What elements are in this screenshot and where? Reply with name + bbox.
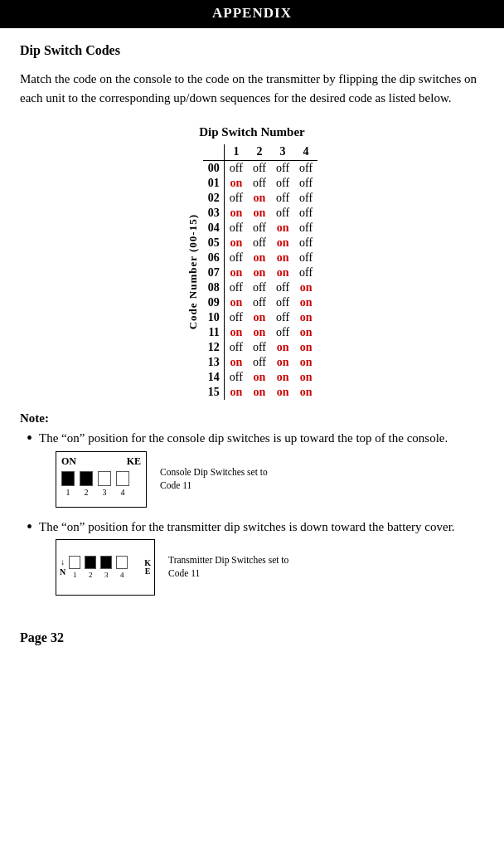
header-bar: APPENDIX <box>0 0 504 27</box>
table-code-cell: 08 <box>203 280 225 295</box>
table-val-cell: on <box>294 310 317 325</box>
table-code-cell: 01 <box>203 176 225 191</box>
table-header-col2: 2 <box>248 144 271 161</box>
console-switches: 1 2 3 4 <box>61 471 141 497</box>
table-val-cell: off <box>248 161 271 177</box>
table-val-cell: on <box>224 265 248 280</box>
console-label-ke: KE <box>127 455 141 468</box>
tx-switch-num-1: 1 <box>73 571 77 579</box>
bullet-item-1: • The “on” position for the console dip … <box>20 429 484 508</box>
bullet-text-1: The “on” position for the console dip sw… <box>39 429 448 448</box>
table-code-cell: 12 <box>203 340 225 355</box>
tx-switch-block-3 <box>100 556 112 569</box>
table-val-cell: off <box>224 221 248 236</box>
bullet-dot-1: • <box>27 426 32 450</box>
table-val-cell: off <box>294 236 317 250</box>
table-val-cell: off <box>224 310 248 325</box>
table-title: Dip Switch Number <box>199 125 305 139</box>
console-diagram-row: ON KE 1 2 <box>56 451 448 508</box>
table-val-cell: on <box>248 370 271 385</box>
table-code-cell: 07 <box>203 265 225 280</box>
table-val-cell: off <box>271 280 294 295</box>
table-header-empty <box>203 144 225 161</box>
table-row: 02offonoffoff <box>203 191 317 206</box>
table-val-cell: on <box>294 340 317 355</box>
table-row: 15onononon <box>203 385 317 400</box>
console-switch-num-1: 1 <box>66 488 70 497</box>
table-code-cell: 03 <box>203 206 225 221</box>
table-val-cell: on <box>248 265 271 280</box>
table-val-cell: on <box>248 325 271 340</box>
table-val-cell: off <box>224 191 248 206</box>
table-val-cell: off <box>224 340 248 355</box>
table-val-cell: on <box>271 236 294 250</box>
table-val-cell: off <box>248 295 271 310</box>
table-val-cell: on <box>248 310 271 325</box>
table-val-cell: off <box>248 176 271 191</box>
table-val-cell: off <box>248 340 271 355</box>
table-val-cell: off <box>294 191 317 206</box>
table-val-cell: off <box>294 265 317 280</box>
console-switch-block-3 <box>98 471 111 486</box>
table-val-cell: off <box>271 310 294 325</box>
table-val-cell: on <box>271 265 294 280</box>
table-row: 13onoffonon <box>203 355 317 370</box>
table-row: 08offoffoffon <box>203 280 317 295</box>
console-switch-block-2 <box>80 471 93 486</box>
tx-left-label: ↓ N <box>60 557 65 577</box>
table-val-cell: on <box>271 370 294 385</box>
transmitter-section: ↓ N 1 2 <box>56 539 455 596</box>
table-header-col1: 1 <box>224 144 248 161</box>
table-row: 10offonoffon <box>203 310 317 325</box>
table-val-cell: off <box>248 355 271 370</box>
table-val-cell: on <box>248 206 271 221</box>
y-axis-label: Code Number (00-15) <box>187 214 200 329</box>
table-val-cell: off <box>294 206 317 221</box>
table-val-cell: off <box>224 280 248 295</box>
transmitter-diagram: ↓ N 1 2 <box>56 539 155 596</box>
console-switch-4: 4 <box>116 471 129 497</box>
table-val-cell: off <box>224 250 248 265</box>
console-switch-block-1 <box>61 471 75 486</box>
table-val-cell: on <box>294 385 317 400</box>
table-val-cell: on <box>224 325 248 340</box>
console-switch-3: 3 <box>98 471 111 497</box>
table-val-cell: on <box>224 206 248 221</box>
table-row: 01onoffoffoff <box>203 176 317 191</box>
tx-switch-block-4 <box>116 556 128 569</box>
tx-switch-num-3: 3 <box>104 571 109 579</box>
console-switch-num-3: 3 <box>103 488 107 497</box>
table-row: 05onoffonoff <box>203 236 317 250</box>
tx-switch-4: 4 <box>116 556 128 579</box>
intro-text: Match the code on the console to the cod… <box>20 70 484 107</box>
console-switch-1: 1 <box>61 471 75 497</box>
bullet-dot-2: • <box>27 515 32 538</box>
table-val-cell: off <box>271 325 294 340</box>
table-code-cell: 13 <box>203 355 225 370</box>
table-val-cell: on <box>271 221 294 236</box>
table-row: 09onoffoffon <box>203 295 317 310</box>
note-label: Note: <box>20 411 484 426</box>
table-val-cell: on <box>248 385 271 400</box>
table-code-cell: 00 <box>203 161 225 177</box>
table-val-cell: on <box>224 295 248 310</box>
table-code-cell: 09 <box>203 295 225 310</box>
table-code-cell: 05 <box>203 236 225 250</box>
tx-ke-label2: E <box>145 567 151 576</box>
bullet-text-2: The “on” position for the transmitter di… <box>39 518 455 537</box>
table-val-cell: off <box>271 206 294 221</box>
console-label-on: ON <box>61 455 76 468</box>
table-code-cell: 04 <box>203 221 225 236</box>
table-header-col4: 4 <box>294 144 317 161</box>
table-val-cell: on <box>294 370 317 385</box>
table-val-cell: on <box>248 191 271 206</box>
table-code-cell: 15 <box>203 385 225 400</box>
tx-right-label: K E <box>144 559 151 576</box>
table-val-cell: on <box>271 385 294 400</box>
table-val-cell: off <box>271 191 294 206</box>
table-val-cell: off <box>224 161 248 177</box>
table-val-cell: on <box>224 385 248 400</box>
table-val-cell: off <box>271 176 294 191</box>
table-row: 03ononoffoff <box>203 206 317 221</box>
table-val-cell: on <box>224 176 248 191</box>
